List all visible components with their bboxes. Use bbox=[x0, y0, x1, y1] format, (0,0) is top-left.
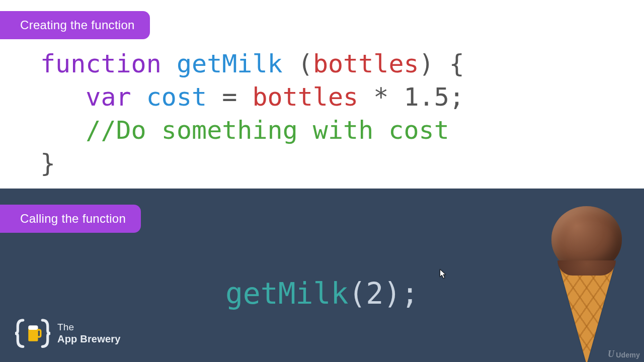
app-brewery-logo: The App Brewery bbox=[15, 317, 121, 350]
call-name: getMilk bbox=[225, 277, 348, 311]
keyword-function: function bbox=[40, 49, 162, 78]
brewery-line-1: The bbox=[57, 322, 74, 332]
svg-rect-2 bbox=[37, 330, 41, 337]
udemy-watermark: UUdemy bbox=[608, 349, 640, 360]
identifier-cost: cost bbox=[131, 82, 207, 112]
call-paren-open: ( bbox=[348, 277, 366, 311]
bottom-badge: Calling the function bbox=[0, 205, 141, 233]
app-brewery-text: The App Brewery bbox=[57, 322, 121, 345]
paren-open: ( bbox=[283, 49, 313, 78]
call-argument: 2 bbox=[366, 277, 383, 311]
function-name: getMilk bbox=[177, 49, 283, 78]
comment-line: //Do something with cost bbox=[86, 116, 449, 145]
braces-beer-icon bbox=[15, 317, 50, 350]
svg-rect-1 bbox=[28, 325, 38, 330]
assign-equals: = bbox=[207, 82, 252, 112]
function-definition-code: function getMilk (bottles) { var cost = … bbox=[40, 47, 464, 180]
calling-function-panel: Calling the function getMilk(2); The App… bbox=[0, 189, 644, 362]
udemy-brand-text: Udemy bbox=[616, 351, 640, 359]
keyword-var: var bbox=[86, 82, 131, 112]
indent bbox=[40, 116, 86, 145]
creating-function-panel: Creating the function function getMilk (… bbox=[0, 0, 644, 189]
brewery-line-2: App Brewery bbox=[57, 333, 121, 345]
paren-close-brace: ) { bbox=[419, 49, 464, 78]
ice-cream-cone-icon bbox=[546, 206, 627, 362]
brace-close: } bbox=[40, 149, 55, 178]
param-bottles: bottles bbox=[313, 49, 419, 78]
multiply-literal: * 1.5; bbox=[358, 82, 464, 112]
identifier-bottles: bottles bbox=[252, 82, 358, 112]
top-badge: Creating the function bbox=[0, 11, 150, 39]
call-paren-close-semi: ); bbox=[383, 277, 419, 311]
udemy-u-icon: U bbox=[608, 349, 614, 359]
indent bbox=[40, 82, 86, 112]
